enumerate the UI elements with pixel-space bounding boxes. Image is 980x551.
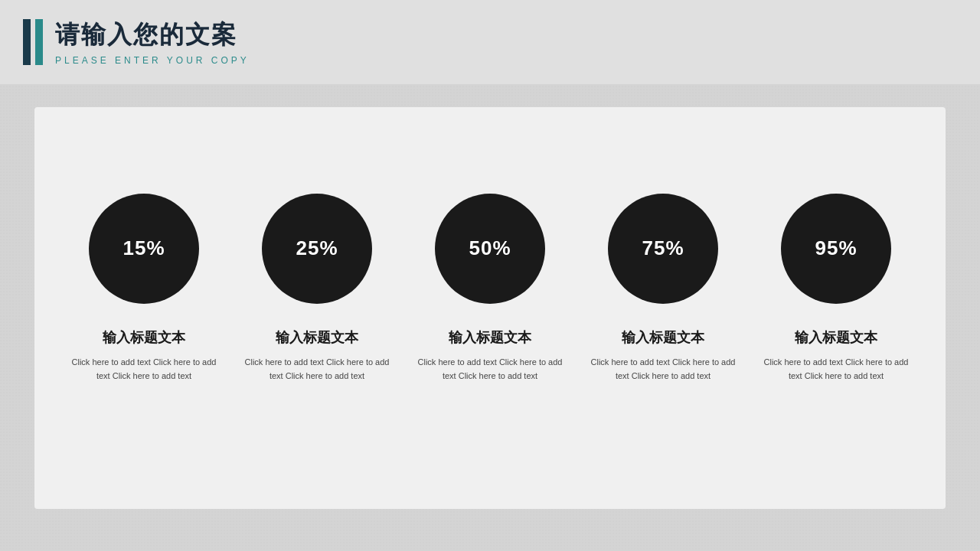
- donut-inner-75: 75%: [608, 194, 718, 304]
- chart-title-50[interactable]: 输入标题文本: [449, 328, 531, 347]
- chart-desc-75[interactable]: Click here to add text Click here to add…: [590, 356, 736, 383]
- donut-percent-label-15[interactable]: 15%: [122, 236, 165, 260]
- charts-row: 15% 输入标题文本 Click here to add text Click …: [57, 187, 923, 383]
- chart-title-15[interactable]: 输入标题文本: [103, 328, 185, 347]
- donut-inner-25: 25%: [262, 194, 372, 304]
- donut-percent-label-50[interactable]: 50%: [469, 236, 511, 260]
- header-title[interactable]: 请输入您的文案: [55, 18, 250, 52]
- donut-container-95: 95%: [775, 187, 897, 310]
- donut-container-75: 75%: [602, 187, 724, 310]
- donut-container-50: 50%: [429, 187, 551, 310]
- donut-percent-label-75[interactable]: 75%: [642, 236, 684, 260]
- chart-item-15: 15% 输入标题文本 Click here to add text Click …: [71, 187, 217, 383]
- chart-item-25: 25% 输入标题文本 Click here to add text Click …: [244, 187, 390, 383]
- header-text-block: 请输入您的文案 PLEASE ENTER YOUR COPY: [55, 18, 250, 66]
- donut-inner-95: 95%: [781, 194, 891, 304]
- donut-inner-15: 15%: [89, 194, 199, 304]
- accent-bar-dark: [23, 19, 31, 65]
- chart-desc-25[interactable]: Click here to add text Click here to add…: [244, 356, 390, 383]
- chart-title-95[interactable]: 输入标题文本: [795, 328, 877, 347]
- header-subtitle: PLEASE ENTER YOUR COPY: [55, 55, 250, 66]
- chart-desc-15[interactable]: Click here to add text Click here to add…: [71, 356, 217, 383]
- chart-desc-50[interactable]: Click here to add text Click here to add…: [417, 356, 563, 383]
- donut-container-25: 25%: [256, 187, 378, 310]
- main-card: 15% 输入标题文本 Click here to add text Click …: [34, 107, 946, 509]
- donut-container-15: 15%: [83, 187, 205, 310]
- chart-title-25[interactable]: 输入标题文本: [276, 328, 358, 347]
- chart-item-75: 75% 输入标题文本 Click here to add text Click …: [590, 187, 736, 383]
- chart-title-75[interactable]: 输入标题文本: [622, 328, 704, 347]
- accent-bar-teal: [35, 19, 43, 65]
- donut-percent-label-25[interactable]: 25%: [296, 236, 338, 260]
- header-accent-bars: [23, 19, 43, 65]
- chart-desc-95[interactable]: Click here to add text Click here to add…: [763, 356, 909, 383]
- chart-item-95: 95% 输入标题文本 Click here to add text Click …: [763, 187, 909, 383]
- chart-item-50: 50% 输入标题文本 Click here to add text Click …: [417, 187, 563, 383]
- donut-inner-50: 50%: [435, 194, 545, 304]
- donut-percent-label-95[interactable]: 95%: [815, 236, 857, 260]
- header: 请输入您的文案 PLEASE ENTER YOUR COPY: [0, 0, 980, 84]
